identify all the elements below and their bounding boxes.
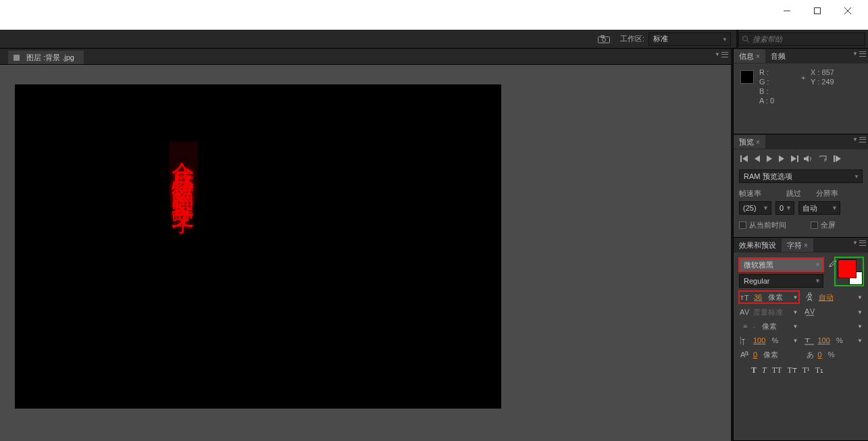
baseline-shift-icon: Aa <box>739 349 751 360</box>
search-icon <box>742 35 750 43</box>
play-button[interactable] <box>766 155 773 163</box>
svg-text:T: T <box>744 294 749 302</box>
workspace-dropdown[interactable]: 标准 ▼ <box>648 32 731 46</box>
viewer-column: 图层 :背景 .jpg ▼ 合成与特效的直排文字 <box>0 49 731 441</box>
info-a: A : 0 <box>759 96 774 105</box>
tab-audio[interactable]: 音频 <box>765 49 791 63</box>
font-weight-dropdown[interactable]: Regular▼ <box>739 274 823 288</box>
tab-preview[interactable]: 预览× <box>734 135 765 149</box>
resolution-dropdown[interactable]: 自动▼ <box>798 201 840 215</box>
tracking-field[interactable]: AV ▼ <box>804 307 863 317</box>
close-icon[interactable]: × <box>756 53 760 60</box>
faux-bold-button[interactable]: T <box>751 365 757 375</box>
fullscreen-checkbox[interactable]: 全屏 <box>811 220 836 230</box>
next-frame-button[interactable] <box>778 155 785 163</box>
chevron-down-icon: ▼ <box>722 36 727 43</box>
subscript-button[interactable]: T₁ <box>815 365 823 375</box>
info-panel: 信息× 音频 ▼ R : G : B : A : 0 + X : 857 <box>734 49 868 134</box>
font-size-icon: тT <box>740 292 752 303</box>
viewer-panel-menu[interactable]: ▼ <box>715 51 728 57</box>
top-bar: 工作区: 标准 ▼ <box>0 30 868 49</box>
svg-point-7 <box>743 36 748 41</box>
horizontal-scale-icon: T <box>804 335 816 346</box>
tracking-icon: AV <box>804 307 816 317</box>
vertical-text-layer[interactable]: 合成与特效的直排文字 <box>169 141 198 201</box>
info-panel-menu[interactable]: ▼ <box>852 51 866 57</box>
faux-italic-button[interactable]: T <box>762 365 767 375</box>
svg-rect-1 <box>814 8 820 14</box>
character-panel: 效果和预设 字符× ▼ 微软雅黑▼ Regular▼ <box>734 238 868 441</box>
chevron-down-icon: ▼ <box>854 174 859 180</box>
svg-text:あ: あ <box>807 351 814 359</box>
right-panels: 信息× 音频 ▼ R : G : B : A : 0 + X : 857 <box>733 49 868 441</box>
vertical-scale-field[interactable]: T 100 % ▼ <box>739 335 798 346</box>
viewer-tabs: 图层 :背景 .jpg ▼ <box>0 49 731 65</box>
tab-effects-presets[interactable]: 效果和预设 <box>734 238 782 252</box>
close-icon[interactable]: × <box>804 242 808 249</box>
svg-marker-14 <box>791 155 796 162</box>
fill-color-swatch[interactable] <box>838 259 857 278</box>
horizontal-scale-field[interactable]: T 100 % ▼ <box>804 335 863 346</box>
prev-frame-button[interactable] <box>754 155 761 163</box>
help-search[interactable] <box>738 32 865 46</box>
all-caps-button[interactable]: TT <box>772 365 782 375</box>
svg-marker-13 <box>779 155 784 162</box>
svg-rect-15 <box>797 155 798 162</box>
baseline-shift-field[interactable]: Aa 0 像素 <box>739 349 798 360</box>
stroke-width-field[interactable]: ≡ - 像素 ▼ <box>739 321 798 332</box>
svg-rect-9 <box>740 155 742 162</box>
svg-text:a: a <box>744 350 749 357</box>
window-maximize[interactable] <box>802 1 832 20</box>
color-sample-swatch <box>740 70 754 84</box>
svg-text:V: V <box>744 308 750 316</box>
snapshot-icon[interactable] <box>596 31 612 47</box>
last-frame-button[interactable] <box>790 155 798 163</box>
small-caps-button[interactable]: Tᴛ <box>787 365 796 375</box>
tab-character[interactable]: 字符× <box>782 238 813 252</box>
svg-text:T: T <box>805 336 811 344</box>
layer-chip-icon <box>14 55 20 61</box>
preview-panel-menu[interactable]: ▼ <box>852 136 866 142</box>
info-x: X : 857 <box>811 68 834 77</box>
skip-dropdown[interactable]: 0▼ <box>775 201 794 215</box>
resolution-label: 分辨率 <box>816 188 838 199</box>
tsume-icon: あ <box>804 349 816 360</box>
window-minimize[interactable] <box>771 1 802 20</box>
from-current-checkbox[interactable]: 从当前时间 <box>739 220 786 230</box>
first-frame-button[interactable] <box>740 155 748 163</box>
svg-line-8 <box>747 41 749 43</box>
mute-button[interactable] <box>804 155 813 163</box>
frame-rate-dropdown[interactable]: (25)▼ <box>739 201 771 215</box>
font-size-field[interactable]: тT 36 像素 ▼ <box>739 291 799 303</box>
stroke-style-field[interactable]: ▼ <box>804 323 863 330</box>
svg-text:A: A <box>807 294 813 302</box>
svg-marker-10 <box>742 155 748 162</box>
workspace-label: 工作区: <box>616 34 648 44</box>
svg-marker-18 <box>836 155 841 162</box>
composition-canvas[interactable]: 合成与特效的直排文字 <box>15 84 501 409</box>
workspace-value: 标准 <box>653 34 668 44</box>
svg-marker-11 <box>755 155 760 162</box>
info-g: G : <box>759 77 774 86</box>
leading-icon: AA <box>805 292 817 303</box>
vertical-scale-icon: T <box>739 335 751 346</box>
transport-controls <box>739 153 863 170</box>
ram-preview-button[interactable] <box>834 155 842 163</box>
leading-field[interactable]: AA 自动 ▼ <box>805 292 863 303</box>
superscript-button[interactable]: T¹ <box>802 365 810 375</box>
close-icon[interactable]: × <box>756 138 760 146</box>
layer-tab[interactable]: 图层 :背景 .jpg <box>8 51 84 64</box>
tsume-field[interactable]: あ 0 % <box>804 349 863 360</box>
svg-point-5 <box>602 38 605 41</box>
window-close[interactable] <box>832 1 863 20</box>
loop-button[interactable] <box>819 155 828 163</box>
ram-preview-options[interactable]: RAM 预览选项 ▼ <box>739 170 863 183</box>
kerning-field[interactable]: AV 度量标准 ▼ <box>739 307 798 317</box>
info-y: Y : 249 <box>811 77 834 86</box>
tab-info[interactable]: 信息× <box>734 49 765 63</box>
character-panel-menu[interactable]: ▼ <box>852 240 866 246</box>
skip-label: 跳过 <box>786 188 816 199</box>
app-shell: 工作区: 标准 ▼ 图层 :背景 .jpg ▼ <box>0 30 868 441</box>
font-family-dropdown[interactable]: 微软雅黑▼ <box>739 258 823 271</box>
help-search-input[interactable] <box>752 35 862 43</box>
